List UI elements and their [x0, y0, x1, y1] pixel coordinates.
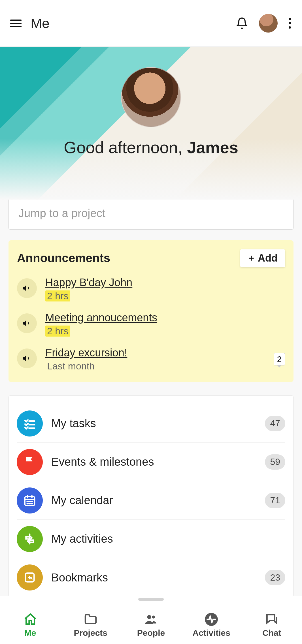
- announcement-time: 2 hrs: [45, 326, 70, 337]
- flag-icon: [17, 449, 43, 475]
- menu-item-activities[interactable]: My activities: [17, 520, 285, 558]
- comment-count-badge[interactable]: 2: [274, 353, 285, 365]
- greeting-name: James: [187, 138, 238, 157]
- tab-projects[interactable]: Projects: [60, 596, 121, 644]
- menu-item-calendar[interactable]: My calendar 71: [17, 481, 285, 520]
- svg-point-3: [147, 615, 151, 619]
- content: Good afternoon, James Announcements Add …: [0, 47, 302, 596]
- tab-chat[interactable]: Chat: [242, 596, 302, 644]
- menu-item-tasks[interactable]: My tasks 47: [17, 404, 285, 443]
- menu-label: My tasks: [51, 417, 256, 430]
- announcements-title: Announcements: [17, 251, 110, 265]
- tab-label: Projects: [74, 628, 107, 638]
- count-badge: 23: [265, 570, 285, 585]
- announcement-item[interactable]: Happy B'day John 2 hrs: [17, 277, 285, 301]
- megaphone-icon: [17, 278, 37, 298]
- search-input[interactable]: [8, 197, 294, 230]
- announcements-card: Announcements Add Happy B'day John 2 hrs…: [8, 240, 294, 382]
- drag-handle[interactable]: [138, 598, 164, 601]
- announcement-time: 2 hrs: [45, 290, 70, 301]
- tab-label: People: [137, 628, 165, 638]
- menu-item-bookmarks[interactable]: Bookmarks 23: [17, 558, 285, 596]
- pulse-icon: [204, 612, 218, 626]
- search-wrap: [0, 197, 302, 230]
- announcement-item[interactable]: Meeting annoucements 2 hrs: [17, 312, 285, 337]
- chat-icon: [265, 612, 279, 626]
- folder-icon: [84, 612, 98, 626]
- menu-icon[interactable]: [10, 18, 22, 29]
- announcement-time: Last month: [45, 361, 96, 372]
- header: Me: [0, 0, 302, 47]
- announcement-body: Friday excursion! Last month: [45, 347, 265, 372]
- menu-label: My activities: [51, 532, 285, 545]
- announcement-body: Meeting annoucements 2 hrs: [45, 312, 285, 337]
- announcement-title[interactable]: Meeting annoucements: [45, 312, 157, 324]
- header-actions: [236, 14, 291, 33]
- announcements-header: Announcements Add: [17, 249, 285, 267]
- banner: Good afternoon, James: [0, 47, 302, 200]
- menu-card: My tasks 47 Events & milestones 59 My ca…: [8, 395, 294, 596]
- avatar[interactable]: [259, 14, 278, 33]
- home-icon: [23, 612, 37, 626]
- announcement-body: Happy B'day John 2 hrs: [45, 277, 285, 301]
- bottom-nav: Me Projects People Activities Chat: [0, 596, 302, 644]
- megaphone-icon: [17, 313, 37, 333]
- announcement-title[interactable]: Happy B'day John: [45, 277, 132, 289]
- people-icon: [144, 612, 158, 626]
- menu-label: Bookmarks: [51, 571, 256, 584]
- announcement-item[interactable]: Friday excursion! Last month 2: [17, 347, 285, 372]
- greeting: Good afternoon, James: [64, 138, 238, 157]
- svg-point-4: [152, 615, 155, 618]
- share-icon: [17, 564, 43, 590]
- add-button-label: Add: [258, 252, 278, 264]
- plus-icon: [248, 254, 255, 262]
- menu-label: My calendar: [51, 494, 256, 507]
- menu-item-events[interactable]: Events & milestones 59: [17, 443, 285, 481]
- page-title: Me: [31, 16, 227, 31]
- megaphone-icon: [17, 348, 37, 368]
- count-badge: 47: [265, 416, 285, 431]
- tab-label: Chat: [262, 628, 281, 638]
- tasks-icon: [17, 410, 43, 437]
- add-button[interactable]: Add: [240, 249, 285, 267]
- calendar-icon: [17, 487, 43, 514]
- tab-activities[interactable]: Activities: [181, 596, 242, 644]
- announcement-title[interactable]: Friday excursion!: [45, 347, 127, 359]
- bell-icon[interactable]: [236, 17, 248, 29]
- avatar-large[interactable]: [121, 67, 181, 127]
- count-badge: 71: [265, 493, 285, 508]
- tab-label: Me: [24, 628, 36, 638]
- more-icon[interactable]: [288, 18, 291, 29]
- tab-me[interactable]: Me: [0, 596, 60, 644]
- menu-label: Events & milestones: [51, 455, 256, 468]
- tab-people[interactable]: People: [121, 596, 181, 644]
- signpost-icon: [17, 526, 43, 552]
- tab-label: Activities: [193, 628, 230, 638]
- greeting-prefix: Good afternoon,: [64, 138, 187, 157]
- count-badge: 59: [265, 454, 285, 470]
